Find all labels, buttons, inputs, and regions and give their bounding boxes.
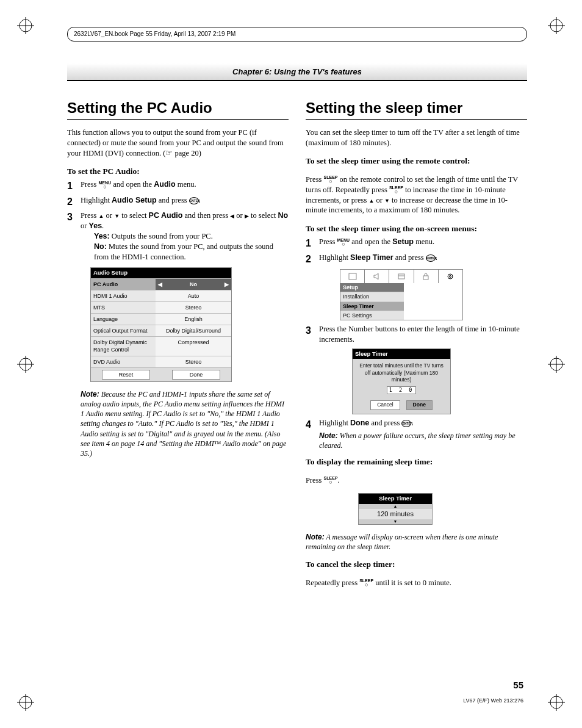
note-paragraph: Note: A message will display on-screen w… — [306, 532, 527, 552]
intro-paragraph: You can set the sleep timer to turn off … — [306, 128, 527, 148]
step-number: 2 — [67, 195, 81, 209]
step-1: 1 Press MENU and open the Setup menu. — [306, 237, 527, 250]
right-arrow-icon: ▶ — [245, 213, 249, 219]
step-3: 3 Press the Number buttons to enter the … — [306, 324, 527, 345]
sleep-button-icon: SLEEP — [359, 578, 373, 586]
note-label: Note: — [319, 431, 338, 440]
sleep-display-value: 120 minutes — [359, 509, 432, 519]
menu-item: Audio Setup — [112, 196, 157, 204]
text: and press — [369, 419, 401, 427]
paragraph: Repeatedly press SLEEP until it is set t… — [306, 578, 527, 588]
osd-row-label: Dolby Digital Dynamic Range Control — [91, 337, 156, 355]
step-number: 4 — [306, 418, 319, 450]
osd-row: PC Audio ◀No▶ — [91, 278, 231, 290]
down-arrow-icon: ▼ — [384, 198, 390, 204]
text: Mutes the sound from your PC, and output… — [94, 242, 273, 261]
text: to select — [249, 211, 278, 220]
step-1: 1 Press MENU and open the Audio menu. — [67, 179, 289, 193]
setup-item: Installation — [340, 292, 404, 301]
enter-button-icon: ENTER — [401, 420, 411, 427]
chapter-header: Chapter 6: Using the TV's features — [67, 63, 527, 81]
right-arrow-icon: ▶ — [225, 281, 229, 288]
document-info: 2632LV67_EN.book Page 55 Friday, April 1… — [67, 27, 527, 41]
page: 2632LV67_EN.book Page 55 Friday, April 1… — [0, 0, 582, 728]
text: or — [81, 222, 89, 230]
step-2: 2 Highlight Audio Setup and press ENTER. — [67, 195, 289, 209]
subhead-cancel: To cancel the sleep timer: — [306, 559, 527, 570]
text: Press — [81, 180, 99, 189]
step-number: 3 — [306, 324, 319, 345]
sleep-button-icon: SLEEP — [324, 476, 338, 484]
subhead-set-pc-audio: To set the PC Audio: — [67, 166, 289, 177]
osd-row: Dolby Digital Dynamic Range ControlCompr… — [91, 336, 231, 355]
osd-row-value: English — [156, 314, 231, 325]
setup-list: Setup Installation Sleep Timer PC Settin… — [340, 283, 404, 320]
section-title-pc-audio: Setting the PC Audio — [67, 98, 289, 120]
intro-paragraph: This function allows you to output the s… — [67, 128, 289, 159]
svg-point-23 — [450, 276, 451, 278]
osd-setup-menu: Setup Installation Sleep Timer PC Settin… — [340, 269, 463, 320]
up-arrow-icon: ▲ — [359, 504, 432, 509]
section-title-sleep-timer: Setting the sleep timer — [306, 98, 527, 120]
registration-mark-icon — [548, 17, 565, 34]
osd-row-value: Compressed — [156, 337, 231, 355]
osd-title: Sleep Timer — [353, 349, 450, 359]
note-paragraph: Note: Because the PC and HDMI-1 inputs s… — [81, 389, 289, 458]
steps-list: 1 Press MENU and open the Setup menu. 2 … — [306, 237, 527, 265]
value-text: No — [190, 281, 197, 288]
left-column: Setting the PC Audio This function allow… — [67, 98, 289, 596]
text: or — [104, 211, 114, 220]
osd-row-value: Dolby Digital/Surround — [156, 325, 231, 336]
sleep-body: Enter total minutes until the TV turns o… — [353, 359, 450, 398]
sleep-button-icon: SLEEP — [389, 186, 403, 193]
osd-row-label: HDMI 1 Audio — [91, 290, 156, 301]
enter-button-icon: ENTER — [426, 254, 436, 262]
osd-row: LanguageEnglish — [91, 313, 231, 325]
right-column: Setting the sleep timer You can set the … — [306, 98, 527, 596]
osd-sleep-display: Sleep Timer ▲ 120 minutes ▼ — [358, 493, 433, 525]
reset-button: Reset — [102, 370, 150, 380]
text: Outputs the sound from your PC. — [110, 232, 213, 240]
osd-audio-setup: Audio Setup PC Audio ◀No▶ HDMI 1 AudioAu… — [90, 267, 232, 382]
sleep-button-icon: SLEEP — [324, 175, 338, 183]
text: to select — [120, 211, 149, 220]
paragraph: Press SLEEP on the remote control to set… — [306, 175, 527, 216]
text: and then press — [182, 211, 230, 220]
menu-item: Sleep Timer — [350, 253, 393, 262]
registration-mark-icon — [548, 356, 565, 373]
note-paragraph: Note: When a power failure occurs, the s… — [319, 431, 527, 450]
osd-sleep-timer-dialog: Sleep Timer Enter total minutes until th… — [352, 348, 451, 414]
osd-row-label: Language — [91, 314, 156, 325]
tab-applications-icon — [389, 270, 414, 283]
step-2: 2 Highlight Sleep Timer and press ENTER. — [306, 253, 527, 266]
svg-point-22 — [448, 274, 453, 279]
left-arrow-icon: ◀ — [158, 281, 162, 288]
setup-blank — [404, 283, 462, 320]
step-number: 1 — [306, 237, 319, 250]
osd-row: Optical Output FormatDolby Digital/Surro… — [91, 325, 231, 336]
text: Press — [306, 476, 324, 485]
setup-item: PC Settings — [340, 311, 404, 320]
cancel-button: Cancel — [370, 400, 400, 409]
steps-list: 1 Press MENU and open the Audio menu. 2 … — [67, 179, 289, 262]
text: Highlight — [319, 253, 350, 262]
down-arrow-icon: ▼ — [359, 519, 432, 524]
enter-button-icon: ENTER — [189, 197, 199, 204]
setup-item-selected: Sleep Timer — [340, 301, 404, 311]
subhead-display-remaining: To display the remaining sleep time: — [306, 456, 527, 467]
menu-button-icon: MENU — [337, 238, 350, 246]
registration-mark-icon — [17, 17, 34, 34]
menu-name: Setup — [392, 237, 414, 246]
text: menu. — [176, 180, 196, 189]
osd-row-value: Stereo — [156, 302, 231, 313]
text: menu. — [414, 237, 434, 246]
osd-row-value: ◀No▶ — [156, 279, 231, 290]
text: Repeatedly press — [306, 578, 359, 587]
osd-title: Sleep Timer — [359, 494, 432, 504]
option-no: No — [278, 211, 288, 220]
done-label: Done — [350, 419, 369, 427]
tabs-row — [340, 270, 462, 283]
text: Highlight — [319, 419, 350, 427]
tab-picture-icon — [340, 270, 365, 283]
subhead-onscreen: To set the sleep timer using the on-scre… — [306, 223, 527, 234]
